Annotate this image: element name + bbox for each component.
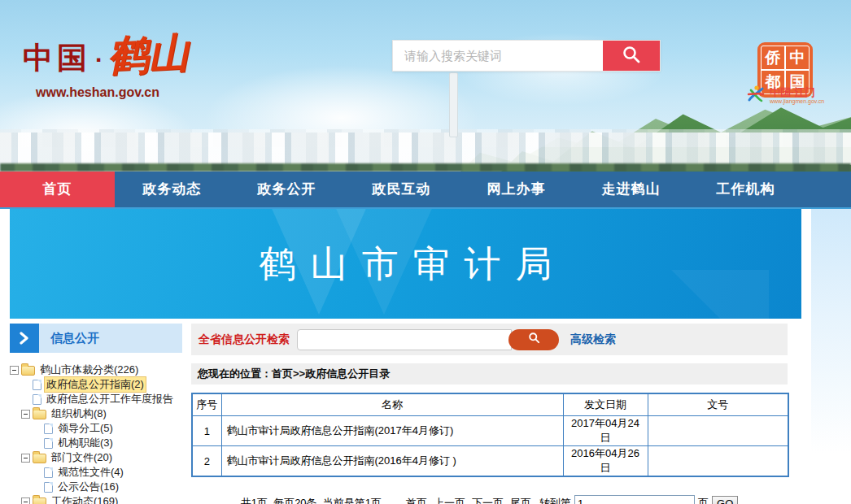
pagination: 共1页, 每页20条, 当前是第1页 首页上一页下一页尾页 转到第 页 GO: [191, 495, 788, 504]
tree-item-label[interactable]: 机构职能(3): [56, 436, 115, 450]
banner-triangle-decor: [671, 270, 769, 319]
main-content: 全省信息公开检索 高级检索 您现在的位置：首页>>政府信息公开目录 序号名称发文…: [191, 324, 788, 504]
tree-item[interactable]: 部门文件(20): [10, 450, 182, 465]
nav-item-3[interactable]: 政务公开: [229, 172, 344, 207]
chevron-right-icon[interactable]: [10, 324, 39, 353]
tree-item-label[interactable]: 工作动态(169): [50, 494, 120, 504]
tree-item-label[interactable]: 部门文件(20): [50, 450, 114, 465]
go-button[interactable]: GO: [712, 496, 738, 504]
table-body: 1鹤山市审计局政府信息公开指南(2017年4月修订)2017年04月24日2鹤山…: [192, 416, 788, 477]
jiangmen-url: www.jiangmen.gov.cn: [770, 98, 824, 105]
collapse-icon[interactable]: [21, 454, 30, 463]
publish-date: 2016年04月26日: [563, 446, 648, 477]
logo-city-calligraphy: 鹤山: [106, 25, 190, 84]
doc-title-link[interactable]: 鹤山市审计局政府信息公开指南(2016年4月修订 ): [221, 446, 563, 477]
sidebar-tree: 鹤山市体裁分类(226)政府信息公开指南(2)政府信息公开工作年度报告组织机构(…: [10, 363, 182, 504]
column-header: 序号: [192, 393, 221, 416]
document-icon: [33, 394, 41, 405]
tree-item-label[interactable]: 领导分工(5): [56, 421, 115, 436]
nav-item-6[interactable]: 走进鹤山: [574, 172, 688, 207]
treeline-decor: [0, 163, 851, 172]
gov-search-label: 全省信息公开检索: [199, 332, 290, 347]
header-search-input[interactable]: [393, 41, 603, 71]
table-row: 1鹤山市审计局政府信息公开指南(2017年4月修订)2017年04月24日: [192, 416, 788, 446]
seal-char: 中: [786, 46, 809, 69]
tree-item-label[interactable]: 政府信息公开工作年度报告: [45, 392, 175, 406]
search-icon: [528, 332, 540, 347]
advanced-search-link[interactable]: 高级检索: [570, 332, 616, 347]
folder-icon: [21, 366, 35, 376]
column-header: 名称: [221, 393, 563, 416]
site-url-text: www.heshan.gov.cn: [36, 85, 189, 100]
site-logo[interactable]: 中国 · 鹤山 www.heshan.gov.cn: [23, 28, 189, 100]
publish-date: 2017年04月24日: [563, 416, 648, 446]
pager-link-2[interactable]: 上一页: [434, 497, 465, 504]
tree-item[interactable]: 政府信息公开工作年度报告: [10, 392, 182, 406]
tree-item[interactable]: 组织机构(8): [10, 406, 182, 421]
document-icon: [33, 380, 41, 390]
pagination-summary: 共1页, 每页20条, 当前是第1页: [241, 496, 382, 504]
tree-item-label[interactable]: 规范性文件(4): [56, 465, 125, 480]
folder-icon: [33, 497, 46, 504]
tree-item[interactable]: 工作动态(169): [10, 494, 182, 504]
tree-item[interactable]: 鹤山市体裁分类(226): [10, 363, 182, 377]
gov-search-button[interactable]: [508, 329, 559, 350]
breadcrumb: 您现在的位置：首页>>政府信息公开目录: [191, 363, 788, 385]
logo-dot: ·: [95, 46, 103, 74]
table-header-row: 序号名称发文日期文号: [192, 393, 788, 416]
doc-number: [648, 416, 788, 446]
nav-item-7[interactable]: 工作机构: [688, 172, 803, 207]
tree-item-label[interactable]: 政府信息公开指南(2): [45, 377, 146, 392]
page-bg-strip: [811, 209, 851, 453]
page-number-input[interactable]: [574, 495, 695, 504]
sidebar-header: 信息公开: [10, 324, 182, 353]
pager-link-1[interactable]: 首页: [406, 497, 427, 504]
column-header: 发文日期: [563, 393, 648, 416]
department-title: 鹤山市审计局: [245, 240, 567, 289]
nav-item-4[interactable]: 政民互动: [344, 172, 459, 207]
header-search-bar: [392, 40, 661, 72]
tree-item-label[interactable]: 公示公告(16): [56, 480, 120, 494]
goto-label: 转到第: [539, 496, 571, 504]
tree-item[interactable]: 规范性文件(4): [10, 465, 182, 480]
collapse-icon[interactable]: [10, 366, 19, 375]
tree-item-label[interactable]: 组织机构(8): [50, 406, 108, 421]
folder-icon: [33, 410, 46, 419]
row-index: 1: [192, 416, 221, 446]
doc-number: [648, 446, 788, 477]
tree-item-label[interactable]: 鹤山市体裁分类(226): [38, 363, 140, 377]
gov-search-input[interactable]: [297, 329, 512, 350]
pager-link-4[interactable]: 尾页: [510, 497, 531, 504]
nav-item-2[interactable]: 政务动态: [115, 172, 229, 207]
document-icon: [44, 467, 53, 478]
seal-char: 侨: [762, 46, 784, 69]
search-icon: [622, 45, 641, 67]
documents-table: 序号名称发文日期文号 1鹤山市审计局政府信息公开指南(2017年4月修订)201…: [191, 393, 789, 477]
doc-title-link[interactable]: 鹤山市审计局政府信息公开指南(2017年4月修订): [221, 416, 563, 446]
pager-links: 首页上一页下一页尾页: [403, 496, 535, 504]
column-header: 文号: [648, 393, 788, 416]
nav-item-5[interactable]: 网上办事: [459, 172, 574, 207]
jiangmen-figure-icon: [746, 84, 766, 108]
document-icon: [44, 438, 53, 449]
tree-item[interactable]: 领导分工(5): [10, 421, 182, 436]
tree-item[interactable]: 政府信息公开指南(2): [10, 377, 182, 392]
pager-link-3[interactable]: 下一页: [472, 497, 504, 504]
header-search-button[interactable]: [603, 41, 660, 71]
table-row: 2鹤山市审计局政府信息公开指南(2016年4月修订 )2016年04月26日: [192, 446, 788, 477]
row-index: 2: [192, 446, 221, 477]
tree-item[interactable]: 机构职能(3): [10, 436, 182, 450]
document-icon: [44, 424, 53, 434]
jiangmen-title: 中国·江门: [770, 87, 824, 98]
logo-country-text: 中国: [23, 38, 91, 79]
department-banner: 鹤山市审计局: [10, 209, 801, 319]
jiangmen-logo[interactable]: 中国·江门 www.jiangmen.gov.cn: [746, 84, 824, 108]
main-nav: 首页政务动态政务公开政民互动网上办事走进鹤山工作机构: [0, 172, 851, 209]
sidebar: 信息公开 鹤山市体裁分类(226)政府信息公开指南(2)政府信息公开工作年度报告…: [10, 324, 182, 504]
collapse-icon[interactable]: [21, 410, 30, 419]
tower-decor: [449, 72, 458, 137]
document-icon: [44, 482, 53, 493]
nav-item-1[interactable]: 首页: [0, 172, 115, 207]
tree-item[interactable]: 公示公告(16): [10, 480, 182, 494]
collapse-icon[interactable]: [21, 497, 30, 504]
